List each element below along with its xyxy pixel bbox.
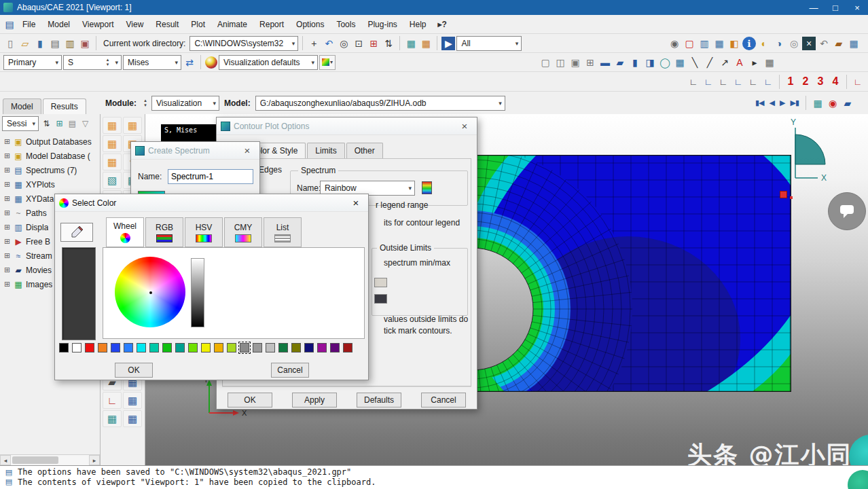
pick-cursor-icon[interactable]: ▶ <box>441 37 455 50</box>
message-icon[interactable]: ▤ <box>5 468 12 476</box>
menu-model[interactable]: Model <box>41 16 76 33</box>
brush-icon[interactable]: ▰ <box>832 37 846 50</box>
menu-animate[interactable]: Animate <box>211 16 253 33</box>
cancel-button[interactable]: Cancel <box>421 393 466 408</box>
toolbox-button[interactable]: ▦ <box>103 135 122 152</box>
viewport-3-button[interactable]: 3 <box>814 74 827 89</box>
palette-swatch[interactable] <box>137 343 146 352</box>
comment-bubble-icon[interactable] <box>828 192 866 230</box>
toolbox-button[interactable]: ▧ <box>103 172 122 189</box>
palette-swatch[interactable] <box>98 343 107 352</box>
table-icon[interactable]: ▦ <box>673 56 687 69</box>
render-style-icon[interactable]: ◉ <box>668 37 681 50</box>
fit-view-icon[interactable]: ⊞ <box>367 37 380 50</box>
export-icon[interactable]: ▥ <box>63 37 77 50</box>
system-icon[interactable]: ◎ <box>787 37 801 50</box>
color-tab-rgb[interactable]: RGB <box>145 217 183 247</box>
half-circle-blue-icon[interactable]: ◑ <box>772 37 786 50</box>
palette-swatch[interactable] <box>59 343 69 352</box>
view-left-icon[interactable]: ∟ <box>746 75 760 88</box>
palette-swatch[interactable] <box>253 343 262 352</box>
frame-selector-icon[interactable]: ▦ <box>419 37 433 50</box>
undo-icon[interactable]: ↶ <box>817 37 831 50</box>
minimize-button[interactable]: — <box>803 0 825 15</box>
play-icon[interactable]: ▶ <box>778 96 786 110</box>
palette-swatch[interactable] <box>278 343 288 352</box>
maximize-button[interactable]: □ <box>825 0 846 15</box>
open-file-icon[interactable]: ▱ <box>18 37 32 50</box>
palette-swatch[interactable] <box>317 343 327 352</box>
expander-icon[interactable]: ⊞ <box>3 280 11 288</box>
menu-help[interactable]: Help <box>403 16 433 33</box>
filter-icon[interactable]: ▽ <box>79 117 91 129</box>
palette-swatch[interactable] <box>111 343 120 352</box>
display-mode-1-icon[interactable]: ▬ <box>598 56 612 69</box>
scrollbar-thumb[interactable] <box>12 456 58 464</box>
ok-button[interactable]: OK <box>228 393 272 408</box>
tab-model[interactable]: Model <box>3 98 41 114</box>
toolbox-button[interactable]: ▦ <box>103 153 122 170</box>
measure-line2-icon[interactable]: ╱ <box>703 56 717 69</box>
toolbox-button[interactable]: ▦ <box>103 117 122 134</box>
work-dir-combo[interactable]: C:\WINDOWS\system32 <box>189 36 298 51</box>
sync-icon[interactable]: ⇄ <box>183 56 196 69</box>
display-mode-4-icon[interactable]: ◨ <box>643 56 657 69</box>
expander-icon[interactable]: ⊞ <box>3 138 11 145</box>
toolbox-button[interactable]: ∟ <box>103 392 122 409</box>
expander-icon[interactable]: ⊞ <box>3 209 11 217</box>
dialog-titlebar[interactable]: Select Color × <box>55 194 368 212</box>
menu-options[interactable]: Options <box>290 16 330 33</box>
create-icon[interactable]: ⊞ <box>54 117 65 129</box>
expander-icon[interactable]: ⊞ <box>3 195 11 202</box>
expander-icon[interactable]: ⊞ <box>3 181 11 188</box>
palette-swatch[interactable] <box>85 343 94 352</box>
palette-swatch[interactable] <box>291 343 301 352</box>
expander-icon[interactable]: ⊞ <box>3 166 11 174</box>
wireframe-icon[interactable]: ▢ <box>539 56 552 69</box>
apply-button[interactable]: Apply <box>292 393 337 408</box>
palette-swatch[interactable] <box>72 343 82 352</box>
field-output-icon[interactable]: ▦ <box>404 37 418 50</box>
zoom-box-icon[interactable]: ⊡ <box>352 37 365 50</box>
hidden-line-icon[interactable]: ◫ <box>554 56 567 69</box>
database-icon[interactable]: ▣ <box>78 37 92 50</box>
grid-chart-icon[interactable]: ▦ <box>712 37 726 50</box>
cycle-views-icon[interactable]: ⇅ <box>382 37 395 50</box>
cycle-session-icon[interactable]: ⇅ <box>41 117 52 129</box>
palette-swatch[interactable] <box>188 343 198 352</box>
print-icon[interactable]: ▤ <box>48 37 62 50</box>
new-file-icon[interactable]: ▯ <box>3 37 17 50</box>
display-mode-3-icon[interactable]: ▮ <box>628 56 642 69</box>
scrollbar-track[interactable] <box>11 455 89 465</box>
palette-swatch[interactable] <box>343 343 352 352</box>
defaults-combo[interactable]: Visualization defaults <box>219 55 318 70</box>
close-icon[interactable]: × <box>239 145 255 156</box>
view-front-icon[interactable]: ∟ <box>687 75 700 88</box>
dialog-titlebar[interactable]: Contour Plot Options × <box>217 117 477 135</box>
rotate-icon[interactable]: ↶ <box>322 37 336 50</box>
tree-item[interactable]: ⊞▣Model Database ( <box>0 149 100 163</box>
menu-tools[interactable]: Tools <box>330 16 361 33</box>
menu-plugins[interactable]: Plug-ins <box>361 16 403 33</box>
position-combo[interactable]: Primary <box>3 55 62 70</box>
palette-swatch[interactable] <box>330 343 340 352</box>
save-icon[interactable]: ▮ <box>33 37 47 50</box>
record-icon[interactable]: ◉ <box>826 96 839 110</box>
selection-box-icon[interactable]: ▢ <box>683 37 696 50</box>
palette-swatch[interactable] <box>201 343 211 352</box>
scroll-right-button[interactable]: ▸ <box>89 455 100 465</box>
contour-plot[interactable] <box>472 155 791 392</box>
palette-swatch[interactable] <box>162 343 172 352</box>
expander-icon[interactable]: ⊞ <box>3 252 11 259</box>
options-grid-icon[interactable]: ▦ <box>763 56 776 69</box>
view-iso-icon[interactable]: ∟ <box>761 75 775 88</box>
view-top-icon[interactable]: ∟ <box>717 75 730 88</box>
palette-swatch[interactable] <box>227 343 236 352</box>
toolbox-button[interactable]: ▦ <box>123 410 142 427</box>
toolbox-button[interactable]: ▦ <box>103 410 122 427</box>
toolbox-button[interactable]: ▦ <box>123 392 142 409</box>
module-spinner[interactable]: ▴▾ <box>141 98 149 108</box>
expander-icon[interactable]: ⊞ <box>3 266 11 274</box>
tree-item[interactable]: ⊞▦XYPlots <box>0 177 100 192</box>
ok-button[interactable]: OK <box>115 363 153 378</box>
